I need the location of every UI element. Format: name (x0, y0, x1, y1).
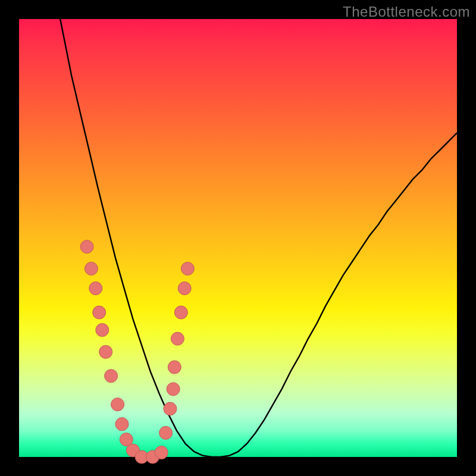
chart-frame: TheBottleneck.com (0, 0, 476, 476)
curve-marker (99, 345, 112, 358)
curve-marker (111, 398, 124, 411)
plot-area (19, 19, 457, 457)
curve-svg (19, 19, 457, 457)
curve-marker (168, 361, 181, 374)
curve-marker (93, 306, 106, 319)
curve-marker (181, 262, 194, 275)
curve-marker (171, 332, 184, 345)
curve-marker (115, 418, 129, 431)
curve-marker (164, 402, 177, 415)
watermark-text: TheBottleneck.com (343, 4, 470, 20)
curve-marker (96, 324, 109, 337)
curve-marker (84, 262, 98, 275)
curve-marker (89, 282, 102, 295)
curve-marker (174, 306, 187, 319)
curve-marker (80, 240, 93, 253)
curve-marker (178, 282, 191, 295)
bottleneck-curve (54, 0, 457, 457)
curve-marker (167, 383, 180, 396)
curve-marker (155, 446, 168, 459)
curve-marker (105, 369, 118, 383)
curve-marker (159, 427, 173, 440)
